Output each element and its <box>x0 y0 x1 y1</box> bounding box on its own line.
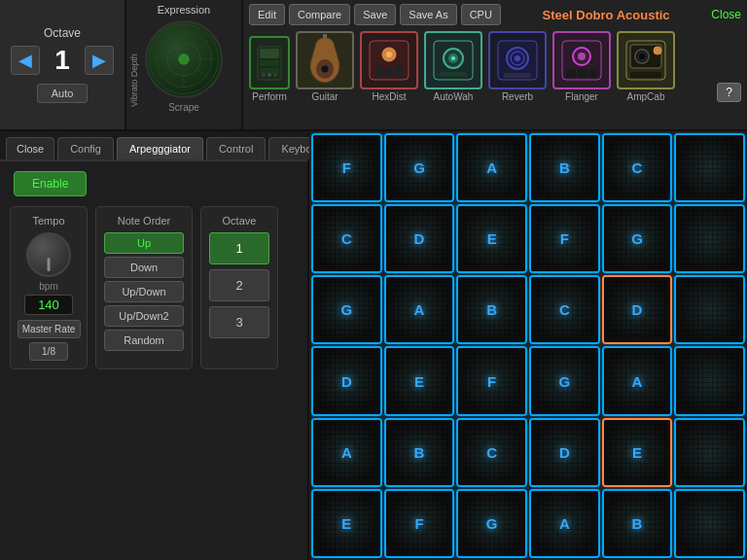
grid-cell[interactable] <box>674 133 745 202</box>
grid-cell[interactable] <box>674 418 745 487</box>
grid-cell[interactable] <box>674 204 745 273</box>
grid-cell[interactable]: E <box>311 489 382 558</box>
perform-box <box>249 36 290 89</box>
cell-note-label: G <box>340 301 352 318</box>
grid-cell[interactable]: E <box>384 346 455 415</box>
svg-point-8 <box>167 43 200 76</box>
auto-button[interactable]: Auto <box>37 84 89 103</box>
tempo-knob[interactable] <box>26 232 71 277</box>
cell-note-label: E <box>632 444 642 461</box>
fx-item-ampcab[interactable]: AmpCab <box>617 31 675 102</box>
octave-3-button[interactable]: 3 <box>209 306 269 338</box>
fx-label-ampcab: AmpCab <box>627 91 665 102</box>
octave-section: Octave ◀ 1 ▶ Auto <box>0 0 126 129</box>
grid-cell[interactable]: A <box>311 418 382 487</box>
grid-cell[interactable]: D <box>602 275 673 344</box>
note-order-down[interactable]: Down <box>104 257 184 278</box>
fx-item-hexdist[interactable]: HexDist <box>360 31 418 102</box>
grid-cell[interactable]: E <box>602 418 673 487</box>
svg-point-17 <box>273 73 277 77</box>
close-preset-link[interactable]: Close <box>711 8 741 21</box>
svg-rect-42 <box>578 69 587 78</box>
grid-cell[interactable]: G <box>456 489 527 558</box>
svg-point-16 <box>267 73 271 77</box>
svg-point-19 <box>321 65 329 73</box>
svg-rect-37 <box>504 73 531 78</box>
fx-item-autowah[interactable]: AutoWah <box>424 31 482 102</box>
cell-note-label: C <box>632 159 643 176</box>
eighth-button[interactable]: 1/8 <box>29 342 68 361</box>
save-as-button[interactable]: Save As <box>400 4 456 25</box>
grid-cell[interactable]: C <box>456 418 527 487</box>
expression-section: Expression Scrape <box>126 0 243 129</box>
note-order-updown[interactable]: Up/Down <box>104 281 184 302</box>
expression-dial[interactable] <box>145 20 223 98</box>
grid-cell[interactable]: A <box>602 346 673 415</box>
save-button[interactable]: Save <box>354 4 396 25</box>
grid-cell[interactable]: B <box>602 489 673 558</box>
edit-button[interactable]: Edit <box>249 4 285 25</box>
grid-cell[interactable]: A <box>384 275 455 344</box>
octave-1-button[interactable]: 1 <box>209 232 269 264</box>
enable-button[interactable]: Enable <box>14 171 87 196</box>
cell-note-label: F <box>487 373 496 390</box>
grid-cell[interactable]: E <box>456 204 527 273</box>
cell-note-label: E <box>414 373 424 390</box>
fx-item-perform[interactable]: Perform <box>249 36 290 102</box>
grid-cell[interactable]: D <box>311 346 382 415</box>
compare-button[interactable]: Compare <box>289 4 350 25</box>
note-order-list: Up Down Up/Down Up/Down2 Random <box>104 232 184 351</box>
fx-item-flanger[interactable]: Flanger <box>552 31 611 102</box>
grid-cell[interactable]: C <box>311 204 382 273</box>
grid-cell[interactable]: G <box>602 204 673 273</box>
grid-cell[interactable]: G <box>311 275 382 344</box>
grid-cell[interactable]: C <box>602 133 673 202</box>
grid-cell[interactable] <box>674 489 745 558</box>
svg-rect-49 <box>630 72 661 78</box>
master-rate-button[interactable]: Master Rate <box>18 320 81 338</box>
flanger-box <box>552 31 611 89</box>
grid-cell[interactable]: B <box>456 275 527 344</box>
note-order-up[interactable]: Up <box>104 232 184 254</box>
grid-cell[interactable]: B <box>529 133 600 202</box>
octave-up-button[interactable]: ▶ <box>85 46 114 75</box>
help-button[interactable]: ? <box>717 83 741 102</box>
note-order-updown2[interactable]: Up/Down2 <box>104 305 184 327</box>
note-grid: FGABCCDEFGGABCDDEFGAABCDEEFGAB <box>309 131 747 560</box>
grid-cell[interactable]: A <box>529 489 600 558</box>
cell-note-label: A <box>486 159 497 176</box>
grid-cell[interactable]: C <box>529 275 600 344</box>
bpm-input[interactable] <box>24 295 73 315</box>
grid-cell[interactable]: B <box>384 418 455 487</box>
tab-close[interactable]: Close <box>6 137 54 159</box>
grid-cell[interactable]: A <box>456 133 527 202</box>
fx-item-guitar[interactable]: Guitar <box>296 31 354 102</box>
grid-cell[interactable]: F <box>456 346 527 415</box>
ampcab-box <box>617 31 675 89</box>
note-order-random[interactable]: Random <box>104 330 184 351</box>
grid-cell[interactable]: G <box>384 133 455 202</box>
octave-2-button[interactable]: 2 <box>209 269 269 301</box>
grid-cell[interactable] <box>674 275 745 344</box>
svg-line-3 <box>184 59 208 78</box>
grid-cell[interactable]: F <box>529 204 600 273</box>
grid-cell[interactable] <box>674 346 745 415</box>
octave-title-label: Octave <box>44 26 81 40</box>
octave-down-button[interactable]: ◀ <box>11 46 40 75</box>
tab-config[interactable]: Config <box>57 137 114 159</box>
cpu-button[interactable]: CPU <box>461 4 501 25</box>
grid-cell[interactable]: G <box>529 346 600 415</box>
svg-rect-43 <box>589 69 597 78</box>
grid-cell[interactable]: F <box>384 489 455 558</box>
grid-cell[interactable]: D <box>384 204 455 273</box>
grid-cell[interactable]: D <box>529 418 600 487</box>
fx-label-perform: Perform <box>252 91 287 102</box>
cell-note-label: C <box>486 444 497 461</box>
fx-label-autowah: AutoWah <box>434 91 474 102</box>
cell-note-label: A <box>414 301 425 318</box>
tab-control[interactable]: Control <box>206 137 266 159</box>
fx-item-reverb[interactable]: Reverb <box>488 31 547 102</box>
cell-note-label: A <box>632 373 643 390</box>
tab-arpeggiator[interactable]: Arpegggiator <box>117 137 203 159</box>
grid-cell[interactable]: F <box>311 133 382 202</box>
